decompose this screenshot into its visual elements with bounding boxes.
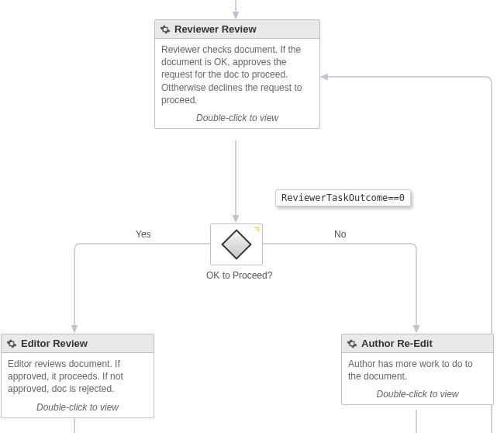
task-hint: Double-click to view (155, 109, 319, 128)
task-header: Editor Review (2, 334, 154, 353)
decision-question-label: OK to Proceed? (206, 270, 272, 281)
task-hint: Double-click to view (342, 386, 493, 404)
task-title: Author Re-Edit (361, 338, 433, 349)
gear-icon (6, 338, 17, 349)
task-header: Author Re-Edit (342, 334, 493, 353)
diamond-icon (221, 229, 252, 260)
task-editor-review[interactable]: Editor Review Editor reviews document. I… (1, 334, 154, 418)
task-body: Reviewer checks document. If the documen… (155, 39, 319, 109)
task-author-reedit[interactable]: Author Re-Edit Author has more work to d… (341, 334, 494, 405)
branch-label-no: No (334, 229, 346, 240)
task-reviewer-review[interactable]: Reviewer Review Reviewer checks document… (154, 19, 320, 129)
decision-ok-to-proceed[interactable] (210, 223, 263, 265)
gear-icon (160, 24, 171, 35)
gear-icon (347, 338, 357, 349)
task-body: Editor reviews document. If approved, it… (2, 353, 154, 399)
task-title: Editor Review (21, 338, 88, 349)
task-title: Reviewer Review (174, 23, 257, 35)
condition-callout[interactable]: ReviewerTaskOutcome==0 (275, 189, 411, 206)
task-body: Author has more work to do to the docume… (342, 353, 493, 386)
task-header: Reviewer Review (155, 20, 319, 39)
task-hint: Double-click to view (2, 399, 154, 417)
branch-label-yes: Yes (136, 229, 151, 240)
